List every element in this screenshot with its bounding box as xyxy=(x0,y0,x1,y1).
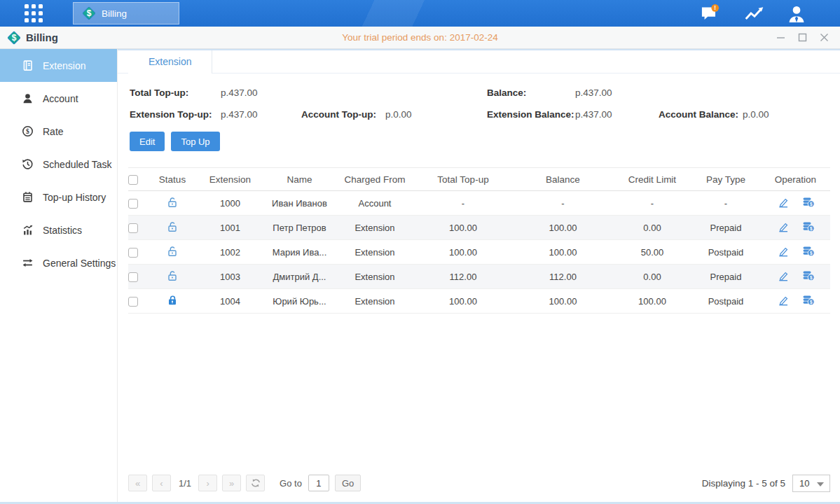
notepad-icon xyxy=(22,191,34,203)
col-balance: Balance xyxy=(512,168,614,191)
sidebar-item-general-settings[interactable]: General Settings xyxy=(0,246,117,279)
sidebar-item-label: Account xyxy=(43,93,78,104)
col-status: Status xyxy=(148,168,197,191)
cell-pay-type: Postpaid xyxy=(691,240,761,265)
extensions-table: Status Extension Name Charged From Total… xyxy=(128,167,830,314)
cell-charged-from: Extension xyxy=(336,289,414,314)
summary-value: p.437.00 xyxy=(221,88,258,98)
col-pay-type: Pay Type xyxy=(691,168,761,191)
cell-name: Мария Ива... xyxy=(263,240,336,265)
edit-icon[interactable] xyxy=(777,220,790,233)
table-row: 1001 Петр Петров Extension 100.00 100.00… xyxy=(128,216,830,240)
col-charged-from: Charged From xyxy=(336,168,414,191)
row-checkbox[interactable] xyxy=(128,272,138,282)
sidebar-item-statistics[interactable]: Statistics xyxy=(0,214,117,246)
row-checkbox[interactable] xyxy=(128,199,138,209)
bar-chart-icon xyxy=(22,224,34,236)
unlocked-icon xyxy=(166,196,179,209)
summary-extension-balance: Extension Balance: p.437.00 xyxy=(487,109,659,120)
row-checkbox[interactable] xyxy=(128,248,138,258)
svg-text:$: $ xyxy=(809,202,812,207)
summary-account-topup: Account Top-up: p.0.00 xyxy=(301,109,487,120)
summary-value: p.0.00 xyxy=(743,109,769,120)
cell-extension: 1004 xyxy=(197,289,263,314)
pagination-bar: « ‹ 1/1 › » Go to Go Displaying 1 - 5 of… xyxy=(128,466,830,500)
billing-diamond-icon: $ xyxy=(82,6,96,20)
next-page-button[interactable]: › xyxy=(198,475,217,491)
edit-icon[interactable] xyxy=(777,245,790,258)
chat-icon[interactable]: ! xyxy=(698,4,719,22)
svg-text:$: $ xyxy=(809,251,812,256)
first-page-button[interactable]: « xyxy=(128,475,147,491)
topup-icon[interactable]: $ xyxy=(802,196,815,208)
cell-name: Юрий Юрь... xyxy=(263,289,336,314)
cell-name: Дмитрий Д... xyxy=(263,265,336,289)
edit-icon[interactable] xyxy=(777,196,790,209)
summary-value: p.437.00 xyxy=(575,109,612,120)
top-up-button[interactable]: Top Up xyxy=(171,132,219,151)
table-header-row: Status Extension Name Charged From Total… xyxy=(128,168,830,191)
cell-pay-type: Postpaid xyxy=(691,289,761,314)
last-page-button[interactable]: » xyxy=(222,475,241,491)
topup-icon[interactable]: $ xyxy=(802,270,815,281)
user-icon xyxy=(22,92,34,104)
row-checkbox[interactable] xyxy=(128,297,138,307)
summary-panel: Total Top-up: p.437.00 Balance: p.437.00… xyxy=(118,74,840,120)
cell-pay-type: Prepaid xyxy=(691,216,761,240)
page-size-value: 10 xyxy=(799,478,809,489)
goto-page-input[interactable] xyxy=(308,475,329,491)
cell-total-topup: 100.00 xyxy=(414,289,512,314)
row-checkbox[interactable] xyxy=(128,223,138,233)
tab-extension[interactable]: Extension xyxy=(128,50,212,74)
col-total-topup: Total Top-up xyxy=(414,168,512,191)
trial-notice: Your trial period ends on: 2017-02-24 xyxy=(0,32,840,43)
sidebar-item-account[interactable]: Account xyxy=(0,82,117,115)
go-button[interactable]: Go xyxy=(335,475,361,491)
cell-name: Петр Петров xyxy=(263,216,336,240)
sidebar-item-label: General Settings xyxy=(43,258,116,269)
ledger-icon xyxy=(22,59,34,71)
topup-icon[interactable]: $ xyxy=(802,245,815,257)
chart-icon[interactable] xyxy=(742,4,763,22)
taskbar-tab-billing[interactable]: $ Billing xyxy=(73,2,179,24)
table-row: 1003 Дмитрий Д... Extension 112.00 112.0… xyxy=(128,265,830,289)
clock-icon xyxy=(22,158,34,170)
maximize-icon[interactable] xyxy=(798,33,807,42)
displaying-text: Displaying 1 - 5 of 5 xyxy=(702,478,785,489)
table-row: 1000 Иван Иванов Account - - - - xyxy=(128,191,830,216)
close-icon[interactable] xyxy=(820,33,829,42)
edit-icon[interactable] xyxy=(777,294,790,307)
user-icon[interactable] xyxy=(785,4,806,22)
dollar-circle-icon: $ xyxy=(22,125,34,137)
app-grid-icon[interactable] xyxy=(25,4,43,22)
minimize-icon[interactable] xyxy=(776,33,785,42)
sidebar-item-extension[interactable]: Extension xyxy=(0,49,117,82)
sidebar-item-scheduled-task[interactable]: Scheduled Task xyxy=(0,148,117,181)
prev-page-button[interactable]: ‹ xyxy=(152,475,171,491)
goto-label: Go to xyxy=(280,478,302,489)
sidebar-item-topup-history[interactable]: Top-up History xyxy=(0,181,117,214)
cell-credit-limit: 50.00 xyxy=(614,240,691,265)
page-size-select[interactable]: 10 xyxy=(792,475,830,492)
cell-credit-limit: 100.00 xyxy=(614,289,691,314)
topup-icon[interactable]: $ xyxy=(802,294,815,306)
summary-total-topup: Total Top-up: p.437.00 xyxy=(130,88,301,98)
unlocked-icon xyxy=(166,270,179,282)
tab-strip: Extension xyxy=(118,49,840,74)
select-all-checkbox[interactable] xyxy=(128,175,138,185)
summary-value: p.437.00 xyxy=(221,109,258,120)
topup-icon[interactable]: $ xyxy=(802,220,815,232)
edit-icon[interactable] xyxy=(777,270,790,282)
cell-total-topup: 100.00 xyxy=(414,216,512,240)
sidebar-item-rate[interactable]: $ Rate xyxy=(0,115,117,148)
cell-balance: 100.00 xyxy=(512,240,614,265)
cell-extension: 1002 xyxy=(197,240,263,265)
cell-balance: 112.00 xyxy=(512,265,614,289)
refresh-button[interactable] xyxy=(246,475,265,491)
sidebar-item-label: Statistics xyxy=(43,225,82,236)
sidebar: Extension Account $ Rate Scheduled Task xyxy=(0,49,118,502)
cell-balance: 100.00 xyxy=(512,289,614,314)
cell-charged-from: Extension xyxy=(336,216,414,240)
edit-button[interactable]: Edit xyxy=(130,132,165,151)
col-operation: Operation xyxy=(761,168,830,191)
